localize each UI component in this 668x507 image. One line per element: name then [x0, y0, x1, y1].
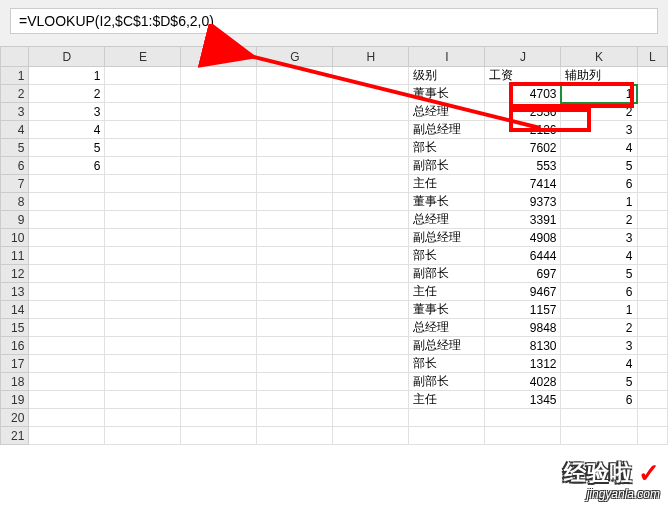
row-header[interactable]: 7: [1, 175, 29, 193]
cell[interactable]: 部长: [409, 355, 485, 373]
cell[interactable]: [257, 265, 333, 283]
cell[interactable]: [181, 373, 257, 391]
cell[interactable]: 5: [561, 157, 637, 175]
corner-cell[interactable]: [1, 47, 29, 67]
cell[interactable]: [181, 319, 257, 337]
row-header[interactable]: 3: [1, 103, 29, 121]
cell[interactable]: 7602: [485, 139, 561, 157]
cell[interactable]: [637, 211, 668, 229]
cell[interactable]: [257, 373, 333, 391]
cell[interactable]: [29, 283, 105, 301]
cell[interactable]: [181, 391, 257, 409]
cell[interactable]: 副总经理: [409, 121, 485, 139]
cell[interactable]: [181, 229, 257, 247]
grid[interactable]: D E F G H I J K L 11级别工资辅助列22董事长4703133总…: [0, 46, 668, 445]
cell[interactable]: 董事长: [409, 85, 485, 103]
cell[interactable]: [29, 229, 105, 247]
formula-bar[interactable]: =VLOOKUP(I2,$C$1:$D$6,2,0): [10, 8, 658, 34]
cell[interactable]: [105, 193, 181, 211]
cell[interactable]: [29, 355, 105, 373]
cell[interactable]: [637, 337, 668, 355]
cell[interactable]: [333, 373, 409, 391]
cell[interactable]: 副部长: [409, 265, 485, 283]
cell[interactable]: [257, 337, 333, 355]
row-header[interactable]: 2: [1, 85, 29, 103]
cell[interactable]: [105, 409, 181, 427]
col-header-I[interactable]: I: [409, 47, 485, 67]
row-header[interactable]: 15: [1, 319, 29, 337]
cell[interactable]: [257, 301, 333, 319]
cell[interactable]: 主任: [409, 283, 485, 301]
cell[interactable]: [637, 301, 668, 319]
cell[interactable]: [257, 193, 333, 211]
cell[interactable]: 总经理: [409, 211, 485, 229]
cell[interactable]: [257, 355, 333, 373]
cell[interactable]: 3: [561, 121, 637, 139]
cell[interactable]: [485, 409, 561, 427]
cell[interactable]: [257, 211, 333, 229]
cell[interactable]: 董事长: [409, 301, 485, 319]
cell[interactable]: [409, 427, 485, 445]
cell[interactable]: [181, 193, 257, 211]
cell[interactable]: [105, 355, 181, 373]
cell[interactable]: [105, 319, 181, 337]
cell[interactable]: [637, 85, 668, 103]
cell[interactable]: 6: [29, 157, 105, 175]
cell[interactable]: 1157: [485, 301, 561, 319]
cell[interactable]: [181, 175, 257, 193]
row-header[interactable]: 18: [1, 373, 29, 391]
cell[interactable]: [333, 283, 409, 301]
cell[interactable]: [637, 283, 668, 301]
cell[interactable]: 副总经理: [409, 229, 485, 247]
cell[interactable]: [637, 409, 668, 427]
cell[interactable]: 3: [561, 229, 637, 247]
cell[interactable]: [257, 121, 333, 139]
cell[interactable]: [333, 427, 409, 445]
cell[interactable]: [181, 355, 257, 373]
cell[interactable]: [333, 391, 409, 409]
col-header-F[interactable]: F: [181, 47, 257, 67]
cell[interactable]: 1345: [485, 391, 561, 409]
cell[interactable]: 2: [561, 211, 637, 229]
cell[interactable]: 1: [29, 67, 105, 85]
cell[interactable]: 副总经理: [409, 337, 485, 355]
cell[interactable]: [257, 391, 333, 409]
cell[interactable]: 4703: [485, 85, 561, 103]
cell[interactable]: 1: [561, 193, 637, 211]
cell[interactable]: 3: [561, 337, 637, 355]
col-header-J[interactable]: J: [485, 47, 561, 67]
cell[interactable]: [333, 301, 409, 319]
cell[interactable]: [637, 355, 668, 373]
cell[interactable]: [29, 409, 105, 427]
cell[interactable]: [105, 103, 181, 121]
cell[interactable]: [333, 265, 409, 283]
row-header[interactable]: 19: [1, 391, 29, 409]
cell[interactable]: 3391: [485, 211, 561, 229]
cell[interactable]: [333, 409, 409, 427]
cell[interactable]: [257, 175, 333, 193]
cell[interactable]: [181, 265, 257, 283]
cell[interactable]: 级别: [409, 67, 485, 85]
cell[interactable]: [257, 67, 333, 85]
cell[interactable]: [257, 247, 333, 265]
col-header-D[interactable]: D: [29, 47, 105, 67]
cell[interactable]: [333, 121, 409, 139]
cell[interactable]: [637, 427, 668, 445]
cell[interactable]: 2: [561, 319, 637, 337]
cell[interactable]: 1: [561, 85, 637, 103]
cell[interactable]: 部长: [409, 247, 485, 265]
row-header[interactable]: 5: [1, 139, 29, 157]
cell[interactable]: [333, 67, 409, 85]
cell[interactable]: [333, 211, 409, 229]
cell[interactable]: [105, 121, 181, 139]
cell[interactable]: [181, 427, 257, 445]
col-header-G[interactable]: G: [257, 47, 333, 67]
cell[interactable]: [29, 211, 105, 229]
cell[interactable]: [333, 229, 409, 247]
row-header[interactable]: 4: [1, 121, 29, 139]
cell[interactable]: [257, 85, 333, 103]
cell[interactable]: [105, 301, 181, 319]
cell[interactable]: [105, 265, 181, 283]
cell[interactable]: [29, 193, 105, 211]
cell[interactable]: 1312: [485, 355, 561, 373]
